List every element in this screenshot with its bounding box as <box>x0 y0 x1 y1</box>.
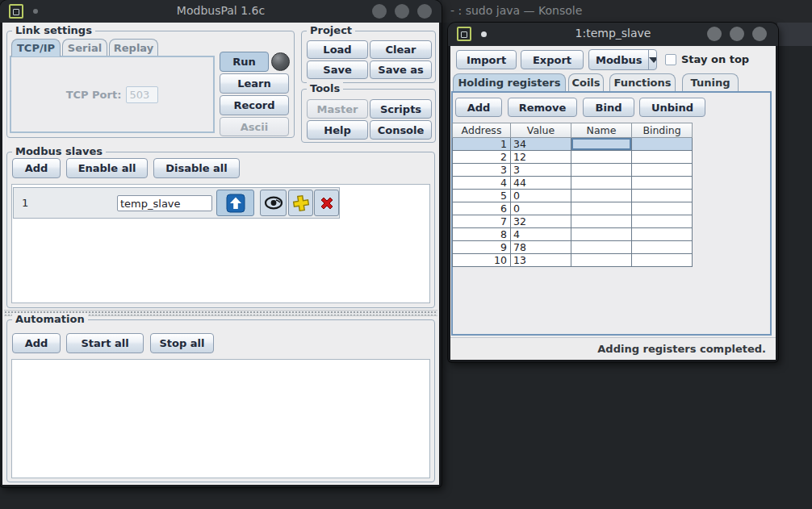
save-as-button[interactable]: Save as <box>370 60 432 79</box>
column-header-name[interactable]: Name <box>571 123 632 138</box>
column-header-address[interactable]: Address <box>452 123 511 138</box>
cell-value[interactable]: 0 <box>511 202 571 215</box>
tab-tuning[interactable]: Tuning <box>682 73 739 91</box>
cell-value[interactable]: 3 <box>511 164 571 177</box>
table-row[interactable]: 84 <box>452 228 693 241</box>
learn-button[interactable]: Learn <box>220 73 289 94</box>
cell-address[interactable]: 5 <box>452 190 511 202</box>
cell-address[interactable]: 10 <box>452 254 511 267</box>
cell-value[interactable]: 44 <box>511 177 571 190</box>
cell-address[interactable]: 9 <box>452 241 511 254</box>
cell-name[interactable] <box>571 138 632 151</box>
save-button[interactable]: Save <box>307 60 368 79</box>
cell-value[interactable]: 0 <box>511 190 571 202</box>
table-row[interactable]: 134 <box>452 138 693 151</box>
combobox-arrow-button[interactable] <box>648 50 657 69</box>
modbuspal-titlebar[interactable]: ModbusPal 1.6c <box>0 0 442 23</box>
cell-binding[interactable] <box>632 164 693 177</box>
cell-address[interactable]: 7 <box>452 215 511 228</box>
cell-name[interactable] <box>571 177 632 190</box>
automation-add-button[interactable]: Add <box>12 333 61 353</box>
cell-address[interactable]: 6 <box>452 202 511 215</box>
slave-name-input[interactable] <box>117 195 212 211</box>
table-row[interactable]: 444 <box>452 177 693 190</box>
cell-address[interactable]: 3 <box>452 164 511 177</box>
cell-binding[interactable] <box>632 202 693 215</box>
slave-row[interactable]: 1 <box>13 187 340 219</box>
master-button[interactable]: Master <box>307 99 368 119</box>
cell-name[interactable] <box>571 202 632 215</box>
load-button[interactable]: Load <box>307 40 368 59</box>
table-row[interactable]: 33 <box>452 164 693 177</box>
minimize-button[interactable] <box>707 27 722 41</box>
protocol-combobox[interactable]: Modbus <box>588 49 657 70</box>
enable-all-button[interactable]: Enable all <box>66 158 148 178</box>
cell-address[interactable]: 1 <box>452 138 511 151</box>
close-button[interactable] <box>417 4 432 19</box>
tab-tcpip[interactable]: TCP/IP <box>11 39 61 56</box>
tab-holding-registers[interactable]: Holding registers <box>453 73 566 91</box>
cell-name[interactable] <box>571 241 632 254</box>
cell-address[interactable]: 4 <box>452 177 511 190</box>
clear-button[interactable]: Clear <box>370 40 432 59</box>
slave-duplicate-button[interactable] <box>288 190 313 216</box>
column-header-binding[interactable]: Binding <box>632 123 693 138</box>
table-row[interactable]: 732 <box>452 215 693 228</box>
register-bind-button[interactable]: Bind <box>583 98 634 117</box>
cell-binding[interactable] <box>632 254 693 267</box>
table-row[interactable]: 60 <box>452 202 693 215</box>
slaves-add-button[interactable]: Add <box>12 158 61 178</box>
table-row[interactable]: 978 <box>452 241 693 254</box>
cell-binding[interactable] <box>632 215 693 228</box>
cell-value[interactable]: 13 <box>511 254 571 267</box>
cell-binding[interactable] <box>632 151 693 164</box>
export-button[interactable]: Export <box>521 50 584 69</box>
cell-value[interactable]: 78 <box>511 241 571 254</box>
cell-binding[interactable] <box>632 190 693 202</box>
register-unbind-button[interactable]: Unbind <box>639 98 705 117</box>
tab-serial[interactable]: Serial <box>62 39 107 56</box>
record-button[interactable]: Record <box>220 95 289 115</box>
close-button[interactable] <box>752 27 767 41</box>
register-remove-button[interactable]: Remove <box>508 98 577 117</box>
slave-enable-toggle-button[interactable] <box>216 190 254 216</box>
scripts-button[interactable]: Scripts <box>370 99 432 119</box>
cell-name[interactable] <box>571 228 632 241</box>
cell-name[interactable] <box>571 254 632 267</box>
register-add-button[interactable]: Add <box>455 98 502 117</box>
cell-name[interactable] <box>571 164 632 177</box>
cell-name[interactable] <box>571 190 632 202</box>
cell-name[interactable] <box>571 151 632 164</box>
table-row[interactable]: 1013 <box>452 254 693 267</box>
cell-binding[interactable] <box>632 177 693 190</box>
tab-replay[interactable]: Replay <box>109 39 158 56</box>
cell-address[interactable]: 8 <box>452 228 511 241</box>
cell-name[interactable] <box>571 215 632 228</box>
cell-value[interactable]: 12 <box>511 151 571 164</box>
tab-coils[interactable]: Coils <box>568 73 604 91</box>
maximize-button[interactable] <box>395 4 409 19</box>
disable-all-button[interactable]: Disable all <box>153 158 240 178</box>
cell-address[interactable]: 2 <box>452 151 511 164</box>
stay-on-top-checkbox[interactable] <box>665 54 676 65</box>
temp-slave-titlebar[interactable]: 1:temp_slave <box>448 23 778 46</box>
slave-view-button[interactable] <box>260 190 287 216</box>
table-row[interactable]: 212 <box>452 151 693 164</box>
cell-value[interactable]: 32 <box>511 215 571 228</box>
cell-binding[interactable] <box>632 138 693 151</box>
console-button[interactable]: Console <box>370 120 432 140</box>
tcp-port-input[interactable] <box>126 86 158 103</box>
stop-all-button[interactable]: Stop all <box>150 333 214 353</box>
cell-value[interactable]: 34 <box>511 138 571 151</box>
cell-binding[interactable] <box>632 228 693 241</box>
slave-delete-button[interactable] <box>314 190 339 216</box>
registers-table-header[interactable]: Address Value Name Binding <box>452 123 693 138</box>
import-button[interactable]: Import <box>456 50 517 69</box>
cell-value[interactable]: 4 <box>511 228 571 241</box>
ascii-button[interactable]: Ascii <box>220 117 289 136</box>
run-button[interactable]: Run <box>220 52 269 72</box>
start-all-button[interactable]: Start all <box>66 333 144 353</box>
minimize-button[interactable] <box>372 4 387 19</box>
maximize-button[interactable] <box>730 27 744 41</box>
cell-binding[interactable] <box>632 241 693 254</box>
